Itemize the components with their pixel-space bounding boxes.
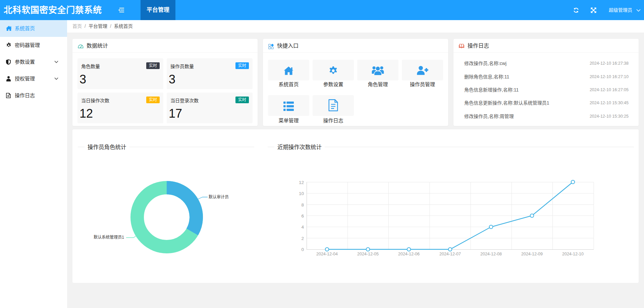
svg-text:2024-12-05: 2024-12-05 [357, 252, 379, 256]
svg-text:2024-12-06: 2024-12-06 [398, 252, 420, 256]
svg-text:2024-12-04: 2024-12-04 [316, 252, 338, 256]
svg-text:默认系统管理员1: 默认系统管理员1 [94, 235, 124, 240]
svg-text:默认审计员: 默认审计员 [209, 194, 229, 199]
svg-text:2024-12-07: 2024-12-07 [439, 252, 461, 256]
svg-text:10: 10 [299, 191, 304, 196]
svg-text:4: 4 [301, 225, 304, 230]
svg-text:12: 12 [299, 180, 304, 185]
svg-text:0: 0 [301, 247, 304, 252]
svg-text:2024-12-08: 2024-12-08 [480, 252, 502, 256]
svg-text:2024-12-10: 2024-12-10 [562, 252, 584, 256]
svg-text:6: 6 [301, 213, 304, 219]
svg-text:8: 8 [301, 202, 304, 207]
svg-text:2024-12-09: 2024-12-09 [521, 252, 543, 256]
svg-text:2: 2 [301, 236, 304, 241]
